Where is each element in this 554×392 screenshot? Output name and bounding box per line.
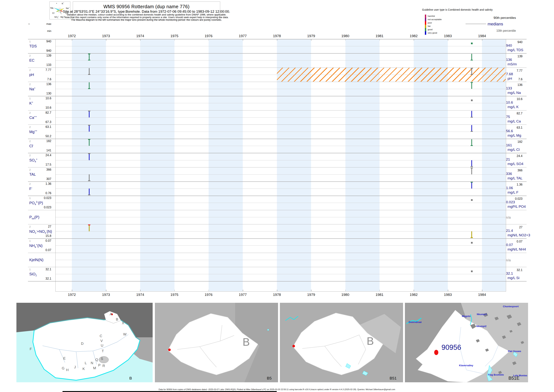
note-disclaimer: Note that this report contains only some…	[64, 16, 229, 19]
param-min: 0.023	[29, 206, 51, 209]
class-swatch-poor	[425, 21, 426, 25]
year-tick-top	[277, 39, 277, 41]
place-label-Nkumpi1: Nkumpi1	[477, 313, 487, 316]
site-line: Site at 28°53'01.0"E 24°33'16.9"S, type:…	[63, 9, 230, 14]
param-max: 139	[29, 54, 51, 57]
region-letter-D: D	[81, 342, 83, 346]
param-max: 7.77	[29, 68, 51, 72]
param-unit: mg/L Cl	[507, 148, 520, 152]
map-south-africa: ABXWCVUDTSQRPNLMKJHGEF B	[16, 303, 153, 383]
guideline-user-type: Guideline user type is Combined domestic…	[422, 8, 493, 11]
year-label-top-1980: 1980	[341, 34, 349, 38]
year-tick-bottom	[140, 290, 140, 291]
param-unit: mg/L K	[507, 105, 519, 109]
map1-corner-label: B	[129, 376, 132, 380]
param-min: 133	[29, 63, 51, 67]
year-tick-top	[243, 39, 243, 41]
param-min: 10.6	[29, 106, 51, 109]
year-label-bottom-1980: 1980	[341, 293, 349, 297]
region-letter-F: F	[30, 347, 32, 351]
title-box: WMS 90956 Rotterdam (dup name 776) Site …	[73, 1, 220, 19]
param-max: 24.4	[29, 154, 51, 157]
site-dot	[292, 345, 295, 347]
class-swatch-not-acceptable	[425, 18, 426, 21]
map-b51: B B51	[280, 303, 403, 383]
param-unit: mg/L Mg	[507, 133, 521, 138]
region-letter-M: M	[93, 366, 96, 370]
param-max: 940	[29, 40, 51, 43]
class-swatch-very-good	[425, 31, 426, 35]
param-min: 50.2	[29, 135, 51, 138]
year-tick-bottom	[414, 290, 414, 291]
year-label-bottom-1977: 1977	[239, 293, 247, 297]
year-label-top-1978: 1978	[273, 34, 281, 38]
year-tick-bottom	[311, 290, 312, 291]
year-label-top-1982: 1982	[410, 34, 418, 38]
param-median: 136	[506, 58, 512, 62]
year-label-bottom-1973: 1973	[102, 293, 110, 297]
class-label-very-good: very good	[428, 32, 437, 34]
class-label-harmful: harmful	[428, 15, 435, 17]
note-maucha: The Maucha diagram to the left summarise…	[71, 19, 222, 21]
year-tick-top	[140, 39, 140, 41]
year-tick-top	[209, 39, 209, 41]
place-label-Chuniespoort: Chuniespoort	[503, 305, 519, 308]
region-letter-G: G	[62, 366, 65, 370]
class-label-fair: fair	[428, 25, 431, 27]
param-max: 1.36	[29, 182, 51, 186]
param-median: 336	[506, 172, 512, 176]
footer-text: Data for 90956 from copies of DWS databa…	[159, 388, 395, 391]
year-label-bottom-1972: 1972	[68, 293, 76, 297]
year-label-bottom-1976: 1976	[205, 293, 213, 297]
param-max: 32.1	[29, 268, 51, 271]
param-label-Ca: Ca++	[29, 115, 37, 120]
param-min: 130	[29, 92, 51, 95]
map2-corner-label: B5	[267, 376, 272, 380]
lesotho	[99, 356, 109, 363]
param-min: 67.3	[29, 120, 51, 124]
class-label-not-acceptable: not acceptable	[428, 18, 442, 21]
place-label-Nkumpi2: Nkumpi2	[476, 325, 486, 328]
param-label-K: K+	[29, 101, 33, 105]
param-unit: mgN/L NH4	[507, 247, 526, 252]
station-number-label: 90956	[442, 343, 461, 351]
region-letter-B: B	[116, 317, 118, 322]
param-label-Cl: Cl-	[29, 144, 34, 148]
region-letter-S: S	[101, 357, 103, 361]
param-label-Na: Na+	[29, 87, 35, 91]
param-label-TDS: TDS	[29, 44, 37, 48]
class-label-good: good	[428, 28, 433, 31]
year-label-bottom-1975: 1975	[170, 293, 178, 297]
year-tick-top	[448, 39, 448, 41]
footer-bar	[62, 391, 277, 392]
map4-corner-label: B51E	[508, 376, 519, 381]
year-label-top-1984: 1984	[478, 34, 486, 38]
p90-legend-label: 90th percentiles	[487, 16, 516, 20]
year-label-top-1975: 1975	[170, 34, 178, 38]
param-min: 940	[29, 49, 51, 52]
note-variation: Variation about the median, colour-coded…	[67, 13, 226, 16]
param-unit: mg/L TAL	[507, 176, 522, 180]
year-tick-top	[311, 39, 312, 41]
class-label-poor: poor	[428, 22, 432, 24]
param-max: 182	[29, 140, 51, 143]
region-letter-Q: Q	[95, 358, 98, 362]
param-min: 141	[29, 149, 51, 152]
param-median: 75	[506, 115, 510, 119]
map-b51e: 90956 DoorndraaiMogotoNkumpi1Nkumpi2Chun…	[405, 303, 528, 383]
param-label-KjelN: KjelN(N)	[29, 258, 43, 262]
param-unit: mg/L Si	[507, 276, 519, 280]
year-tick-bottom	[345, 290, 346, 291]
year-label-bottom-1979: 1979	[307, 293, 315, 297]
year-tick-top	[414, 39, 414, 41]
region-letter-E: E	[63, 356, 66, 360]
year-tick-top	[72, 39, 72, 41]
maucha-ion-label: SO4=	[54, 16, 59, 19]
page-title: WMS 90956 Rotterdam (dup name 776)	[103, 4, 190, 9]
region-letter-C: C	[100, 334, 102, 338]
param-median: 21.4	[506, 229, 513, 233]
param-unit: mg/L Ca	[507, 119, 521, 123]
year-tick-bottom	[243, 290, 243, 291]
year-label-top-1979: 1979	[307, 34, 315, 38]
year-label-bottom-1983: 1983	[444, 293, 452, 297]
